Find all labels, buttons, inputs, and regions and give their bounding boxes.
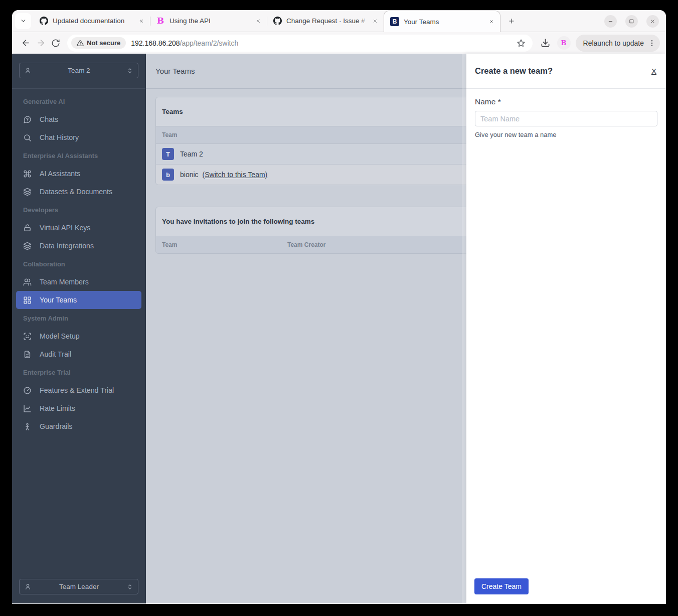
sidebar-item-label: Datasets & Documents	[40, 188, 112, 196]
drawer-title: Create a new team?	[475, 66, 553, 76]
tab-search-button[interactable]	[15, 13, 31, 29]
team-name-input[interactable]	[475, 111, 657, 126]
tab-using-the-api[interactable]: B Using the API	[150, 13, 267, 30]
sidebar-item-virtual-api-keys[interactable]: Virtual API Keys	[12, 219, 145, 237]
new-tab-button[interactable]	[504, 14, 519, 28]
relaunch-label: Relaunch to update	[583, 39, 644, 47]
sidebar-item-label: Audit Trail	[40, 350, 71, 358]
tab-title: Your Teams	[404, 18, 487, 26]
browser-window: Updated documentation B Using the API Ch…	[12, 10, 666, 604]
address-bar[interactable]: Not secure 192.168.86.208/app/team/2/swi…	[67, 35, 533, 52]
app-favicon: B	[390, 17, 399, 26]
sidebar: Team 2 Generative AI Chats Chat History …	[12, 54, 146, 603]
drawer-body: Name * Give your new team a name	[466, 89, 666, 578]
person-icon	[24, 583, 32, 590]
sidebar-item-audit-trail[interactable]: Audit Trail	[12, 345, 145, 363]
url-text: 192.168.86.208/app/team/2/switch	[131, 39, 238, 47]
window-controls	[604, 15, 659, 28]
scrollbar[interactable]	[462, 54, 466, 603]
chevrons-up-down-icon	[126, 67, 133, 74]
grid-icon	[23, 296, 32, 304]
sidebar-item-chat-history[interactable]: Chat History	[12, 128, 145, 146]
sidebar-item-datasets-documents[interactable]: Datasets & Documents	[12, 183, 145, 201]
maximize-button[interactable]	[625, 15, 638, 28]
download-icon[interactable]	[541, 38, 550, 48]
app-content: Team 2 Generative AI Chats Chat History …	[12, 54, 666, 603]
relaunch-to-update-button[interactable]: Relaunch to update	[576, 35, 660, 52]
section-label-enterprise-trial: Enterprise Trial	[12, 363, 145, 381]
bionic-extension-icon[interactable]: B	[557, 36, 571, 50]
browser-toolbar: Not secure 192.168.86.208/app/team/2/swi…	[12, 32, 666, 54]
menu-dots-icon[interactable]	[648, 39, 656, 47]
unlock-icon	[23, 224, 32, 232]
sidebar-item-label: Team Members	[40, 278, 89, 286]
sidebar-item-chats[interactable]: Chats	[12, 110, 145, 128]
tab-close-icon[interactable]	[137, 17, 146, 26]
drawer-footer: Create Team	[466, 578, 666, 603]
team-name: bionic	[180, 171, 199, 179]
section-label-generative-ai: Generative AI	[12, 92, 145, 110]
drawer-header: Create a new team? X	[466, 54, 666, 89]
scan-face-icon	[23, 332, 32, 341]
back-button[interactable]	[18, 36, 33, 51]
warning-icon	[77, 40, 84, 47]
create-team-drawer: Create a new team? X Name * Give your ne…	[466, 54, 666, 603]
plus-icon	[508, 18, 515, 25]
tab-your-teams[interactable]: B Your Teams	[384, 11, 500, 32]
sidebar-item-features-extend-trial[interactable]: Features & Extend Trial	[12, 381, 145, 399]
sidebar-item-guardrails[interactable]: Guardrails	[12, 417, 145, 435]
section-label-developers: Developers	[12, 201, 145, 219]
tab-change-request[interactable]: Change Request · Issue #	[267, 13, 384, 30]
name-field-hint: Give your new team a name	[475, 131, 657, 138]
sidebar-item-label: Virtual API Keys	[40, 224, 90, 232]
sidebar-item-rate-limits[interactable]: Rate Limits	[12, 399, 145, 417]
tab-close-icon[interactable]	[371, 17, 380, 26]
close-icon	[650, 19, 655, 24]
tab-title: Change Request · Issue #	[286, 17, 371, 25]
sidebar-item-data-integrations[interactable]: Data Integrations	[12, 237, 145, 255]
minimize-icon	[608, 19, 613, 24]
github-icon	[273, 17, 282, 26]
reload-button[interactable]	[48, 36, 63, 51]
tab-title: Using the API	[169, 17, 254, 25]
sidebar-item-ai-assistants[interactable]: AI Assistants	[12, 165, 145, 183]
command-icon	[23, 170, 32, 178]
column-team: Team	[162, 131, 287, 138]
maximize-icon	[629, 19, 634, 24]
section-label-system-admin: System Admin	[12, 309, 145, 327]
sidebar-item-label: Guardrails	[40, 422, 72, 430]
sidebar-item-team-members[interactable]: Team Members	[12, 273, 145, 291]
sidebar-nav: Generative AI Chats Chat History Enterpr…	[12, 92, 145, 435]
minimize-button[interactable]	[604, 15, 617, 28]
close-window-button[interactable]	[646, 15, 659, 28]
layers-icon	[23, 188, 32, 196]
create-team-button[interactable]: Create Team	[474, 578, 529, 594]
sidebar-item-your-teams[interactable]: Your Teams	[16, 291, 141, 309]
security-label: Not secure	[87, 39, 120, 47]
role-selector[interactable]: Team Leader	[19, 579, 138, 594]
team-selector[interactable]: Team 2	[19, 63, 138, 78]
sidebar-item-model-setup[interactable]: Model Setup	[12, 327, 145, 345]
person-icon	[23, 422, 32, 431]
switch-to-team-link[interactable]: (Switch to this Team)	[203, 171, 268, 179]
tab-close-icon[interactable]	[487, 17, 496, 26]
sidebar-item-label: Features & Extend Trial	[40, 386, 114, 394]
tab-close-icon[interactable]	[254, 17, 263, 26]
section-label-collaboration: Collaboration	[12, 255, 145, 273]
tab-separator	[150, 17, 150, 26]
drawer-close-button[interactable]: X	[651, 67, 656, 75]
forward-button[interactable]	[33, 36, 48, 51]
avatar: b	[162, 169, 174, 181]
sidebar-item-label: Chat History	[40, 133, 79, 141]
chevrons-up-down-icon	[126, 583, 133, 590]
security-chip[interactable]: Not secure	[71, 37, 126, 49]
tab-updated-documentation[interactable]: Updated documentation	[33, 13, 150, 30]
team-selector-value: Team 2	[32, 67, 126, 74]
tab-strip: Updated documentation B Using the API Ch…	[12, 10, 666, 32]
bookmark-star-icon[interactable]	[517, 39, 526, 48]
line-chart-icon	[23, 404, 32, 413]
section-label-enterprise-ai-assistants: Enterprise AI Assistants	[12, 146, 145, 165]
sidebar-item-label: Chats	[40, 115, 58, 123]
sidebar-item-label: Your Teams	[40, 296, 77, 304]
sidebar-item-label: Data Integrations	[40, 242, 94, 250]
